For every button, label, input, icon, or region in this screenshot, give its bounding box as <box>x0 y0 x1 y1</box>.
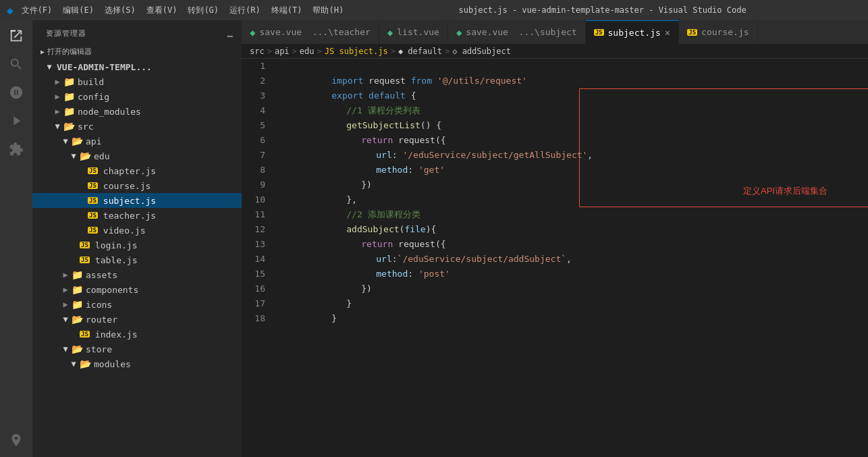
chevron-down-icon: ▼ <box>59 315 72 324</box>
open-editors-arrow: ▶ <box>40 48 45 55</box>
code-line-5: return request({ <box>279 118 861 133</box>
store-label: store <box>86 344 112 354</box>
breadcrumb: src > api > edu > JS subject.js > ◆ defa… <box>242 44 868 59</box>
menu-select[interactable]: 选择(S) <box>105 5 136 16</box>
spacer <box>76 196 88 205</box>
login-js-label: login.js <box>95 240 138 250</box>
line-num-12: 12 <box>242 222 265 237</box>
tab-list-vue[interactable]: ◆ list.vue <box>379 20 448 44</box>
folder-icon: 📁 <box>72 284 83 295</box>
sidebar-item-router-index-js[interactable]: JS index.js <box>32 327 242 342</box>
open-editors-section[interactable]: ▶ 打开的编辑器 <box>32 44 242 59</box>
video-js-label: video.js <box>103 225 146 236</box>
tab-subject-js[interactable]: JS subject.js ✕ <box>586 20 680 44</box>
tab-save-subject[interactable]: ◆ save.vue ...\subject <box>448 20 586 44</box>
sidebar-item-table-js[interactable]: JS table.js <box>32 252 242 267</box>
code-editor[interactable]: 1 2 3 4 5 6 7 8 9 10 11 12 13 14 15 16 1… <box>242 59 868 457</box>
line-num-1: 1 <box>242 59 265 74</box>
sidebar-item-video-js[interactable]: JS video.js <box>32 223 242 238</box>
code-line-17: } <box>279 296 861 311</box>
sidebar-item-modules[interactable]: ▼ 📂 modules <box>32 356 242 371</box>
menu-edit[interactable]: 编辑(E) <box>63 5 94 16</box>
line-num-17: 17 <box>242 296 265 311</box>
spacer <box>76 225 88 235</box>
menu-terminal[interactable]: 终端(T) <box>271 5 302 16</box>
folder-open-icon: 📂 <box>72 136 83 146</box>
menu-run[interactable]: 运行(R) <box>229 5 261 16</box>
line-num-4: 4 <box>242 103 265 118</box>
code-line-2: export default { <box>279 74 861 88</box>
bc-api: api <box>275 47 290 56</box>
assets-label: assets <box>86 270 117 280</box>
activity-remote[interactable] <box>5 429 28 452</box>
line-num-3: 3 <box>242 88 265 103</box>
sidebar-item-login-js[interactable]: JS login.js <box>32 238 242 252</box>
js-icon: JS <box>88 212 98 219</box>
code-annotation: 定义API请求后端集合 <box>743 184 828 198</box>
chevron-down-icon: ▼ <box>59 344 72 354</box>
activity-bar <box>0 20 32 457</box>
activity-search[interactable] <box>5 53 28 76</box>
activity-extensions[interactable] <box>5 138 28 161</box>
menu-file[interactable]: 文件(F) <box>22 5 53 16</box>
js-icon: JS <box>80 257 90 263</box>
sidebar-header-icons: … <box>227 28 234 39</box>
tab-close-icon[interactable]: ✕ <box>665 28 670 37</box>
titlebar: ◆ 文件(F) 编辑(E) 选择(S) 查看(V) 转到(G) 运行(R) 终端… <box>0 0 868 20</box>
js-icon: JS <box>88 227 98 234</box>
code-line-15: }) <box>279 267 861 281</box>
sidebar-item-chapter-js[interactable]: JS chapter.js <box>32 163 242 178</box>
activity-git[interactable] <box>5 81 28 104</box>
sidebar-item-build[interactable]: ▶ 📁 build <box>32 74 242 89</box>
icons-label: icons <box>86 300 112 310</box>
chevron-right-icon: ▶ <box>59 270 72 279</box>
code-content[interactable]: import request from '@/utils/request' ex… <box>272 59 868 457</box>
sidebar-item-teacher-js[interactable]: JS teacher.js <box>32 208 242 223</box>
sidebar-item-config[interactable]: ▶ 📁 config <box>32 89 242 104</box>
folder-icon: 📁 <box>63 91 75 102</box>
line-num-10: 10 <box>242 192 265 207</box>
new-file-icon[interactable]: … <box>227 28 234 39</box>
open-editors-label: 打开的编辑器 <box>47 47 92 57</box>
vue-icon: ◆ <box>250 27 255 38</box>
code-line-16: } <box>279 281 861 296</box>
tab-save-teacher[interactable]: ◆ save.vue ...\teacher <box>242 20 379 44</box>
sidebar-item-course-js[interactable]: JS course.js <box>32 178 242 193</box>
code-line-6: url: '/eduService/subject/getAllSubject'… <box>279 133 861 148</box>
sidebar-item-node_modules[interactable]: ▶ 📁 node_modules <box>32 104 242 119</box>
activity-explorer[interactable] <box>5 24 28 47</box>
main-layout: 资源管理器 … ▶ 打开的编辑器 ▼ VUE-ADMIN-TEMPL... ▶ … <box>0 20 868 457</box>
activity-run[interactable] <box>5 109 28 132</box>
menu-view[interactable]: 查看(V) <box>146 5 178 16</box>
tab-course-js[interactable]: JS course.js <box>679 20 757 44</box>
line-num-18: 18 <box>242 311 265 326</box>
sidebar-item-router[interactable]: ▼ 📂 router <box>32 312 242 327</box>
menu-help[interactable]: 帮助(H) <box>313 5 344 16</box>
spacer <box>67 329 80 339</box>
chevron-down-icon: ▼ <box>51 122 63 131</box>
js-badge-icon: JS <box>594 29 604 36</box>
router-label: router <box>86 315 117 325</box>
folder-open-icon: 📂 <box>80 358 91 369</box>
sidebar-item-src[interactable]: ▼ 📂 src <box>32 119 242 134</box>
code-line-11: addSubject(file){ <box>279 207 861 222</box>
sidebar: 资源管理器 … ▶ 打开的编辑器 ▼ VUE-ADMIN-TEMPL... ▶ … <box>32 20 242 457</box>
js-icon: JS <box>88 182 98 189</box>
chevron-right-icon: ▶ <box>59 285 72 294</box>
sidebar-item-api[interactable]: ▼ 📂 api <box>32 134 242 149</box>
sidebar-item-assets[interactable]: ▶ 📁 assets <box>32 267 242 282</box>
sidebar-item-components[interactable]: ▶ 📁 components <box>32 282 242 297</box>
sidebar-item-store[interactable]: ▼ 📂 store <box>32 342 242 356</box>
tab-label: save.vue ...\subject <box>466 27 576 37</box>
tab-label: list.vue <box>397 27 439 37</box>
line-num-16: 16 <box>242 281 265 296</box>
sidebar-item-subject-js[interactable]: JS subject.js <box>32 193 242 208</box>
menu-bar: 文件(F) 编辑(E) 选择(S) 查看(V) 转到(G) 运行(R) 终端(T… <box>22 5 344 16</box>
line-num-8: 8 <box>242 163 265 178</box>
spacer <box>67 240 80 250</box>
menu-goto[interactable]: 转到(G) <box>188 5 219 16</box>
sidebar-item-icons[interactable]: ▶ 📁 icons <box>32 297 242 312</box>
root-folder[interactable]: ▼ VUE-ADMIN-TEMPL... <box>32 59 242 74</box>
sidebar-item-edu[interactable]: ▼ 📂 edu <box>32 149 242 163</box>
line-num-14: 14 <box>242 252 265 267</box>
